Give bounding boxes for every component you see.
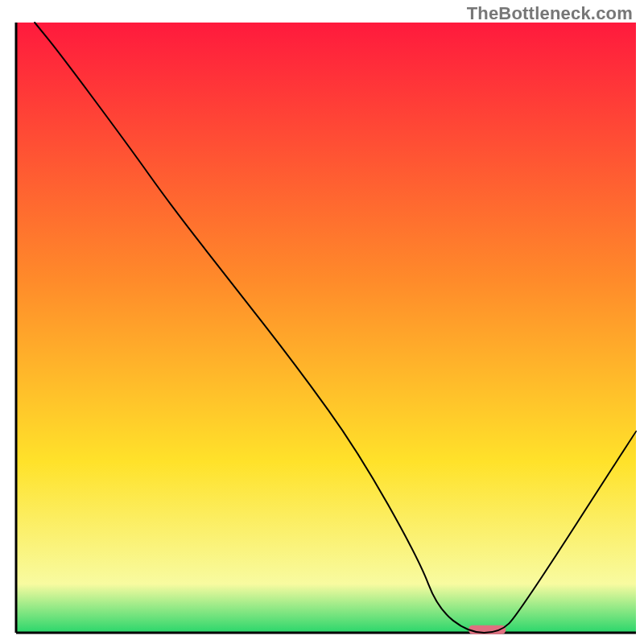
chart-frame: TheBottleneck.com: [0, 0, 644, 644]
bottleneck-chart: [0, 0, 644, 644]
gradient-background: [16, 23, 636, 633]
watermark-text: TheBottleneck.com: [467, 3, 633, 24]
